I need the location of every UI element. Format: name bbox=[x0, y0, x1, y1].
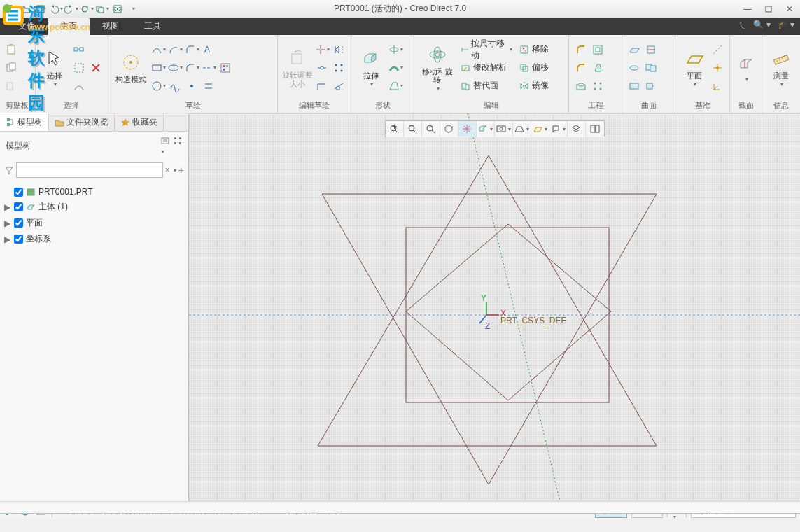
named-views-icon[interactable] bbox=[586, 121, 604, 136]
tree-show-icon[interactable]: ▾ bbox=[160, 136, 170, 155]
search-add-icon[interactable]: + bbox=[178, 164, 184, 176]
sketch-offset-icon[interactable] bbox=[201, 78, 216, 94]
substitute-face-button[interactable]: 替代面 bbox=[458, 78, 515, 94]
qat-open-icon[interactable] bbox=[18, 2, 32, 16]
paste-icon[interactable] bbox=[4, 42, 20, 57]
sketch-point-icon[interactable] bbox=[184, 78, 199, 94]
select-region-icon[interactable] bbox=[71, 78, 87, 94]
spin-center-icon[interactable] bbox=[458, 121, 477, 136]
filter-icon[interactable] bbox=[4, 165, 14, 175]
datum-display-icon[interactable]: ▾ bbox=[531, 121, 549, 136]
select-delete-icon[interactable] bbox=[88, 60, 104, 76]
surface-trim-icon[interactable] bbox=[643, 42, 659, 57]
plane-button[interactable]: 平面▾ bbox=[680, 40, 708, 96]
sketch-circle-icon[interactable]: ▾ bbox=[150, 78, 166, 94]
tree-node-csys[interactable]: ▶ 坐标系 bbox=[3, 231, 185, 247]
qat-close-icon[interactable] bbox=[111, 2, 125, 16]
axis-icon[interactable] bbox=[710, 42, 725, 57]
rotate-resize-button[interactable]: 旋转调整大小 bbox=[282, 40, 313, 96]
search-dropdown[interactable]: ▾ bbox=[174, 167, 176, 174]
select-button[interactable]: 选择 ▾ bbox=[40, 40, 70, 96]
zoom-out-icon[interactable]: − bbox=[422, 121, 440, 136]
csys-icon[interactable] bbox=[710, 78, 725, 94]
construction-mode-button[interactable]: 构造模式 bbox=[113, 40, 149, 96]
annotation-display-icon[interactable]: ▾ bbox=[549, 121, 568, 136]
qat-regenerate-icon[interactable]: ▾ bbox=[80, 2, 94, 16]
measure-button[interactable]: 测量▾ bbox=[766, 40, 796, 96]
layers-icon[interactable] bbox=[568, 121, 586, 136]
sketch-centerline-icon[interactable]: ▾ bbox=[201, 60, 216, 76]
pattern-icon[interactable] bbox=[590, 78, 605, 94]
round-icon[interactable] bbox=[573, 42, 589, 57]
extrude-button[interactable]: 拉伸▾ bbox=[356, 40, 386, 96]
revolve-icon[interactable]: ▾ bbox=[388, 42, 403, 57]
zoom-fit-icon[interactable] bbox=[404, 121, 422, 136]
search-help-icon[interactable]: 🔍 ▾ bbox=[753, 20, 770, 31]
tab-model-tree[interactable]: 模型树 bbox=[0, 113, 49, 131]
saved-views-icon[interactable]: ▾ bbox=[495, 121, 513, 136]
close-button[interactable]: ✕ bbox=[779, 2, 800, 16]
tab-folder-browser[interactable]: 文件夹浏览 bbox=[49, 113, 115, 131]
menu-view[interactable]: 视图 bbox=[90, 18, 132, 35]
divide-icon[interactable] bbox=[314, 60, 330, 76]
maximize-button[interactable] bbox=[758, 2, 779, 16]
point-icon[interactable] bbox=[710, 60, 725, 76]
surface-revolve-icon[interactable] bbox=[626, 60, 642, 76]
sketch-text-icon[interactable]: A bbox=[201, 42, 216, 57]
sketch-spline-icon[interactable] bbox=[167, 78, 183, 94]
blend-icon[interactable]: ▾ bbox=[388, 78, 403, 94]
tree-node-part[interactable]: PRT0001.PRT bbox=[3, 185, 185, 199]
project-sketch-icon[interactable] bbox=[331, 78, 346, 94]
sketch-chamfer-icon[interactable]: ▾ bbox=[184, 60, 199, 76]
select-all-icon[interactable] bbox=[71, 60, 87, 76]
trim-icon[interactable]: ▾ bbox=[314, 42, 330, 57]
tree-check[interactable] bbox=[14, 202, 23, 211]
sweep-icon[interactable]: ▾ bbox=[388, 60, 403, 76]
mirror-button[interactable]: 镜像 bbox=[517, 78, 557, 94]
cut-icon[interactable] bbox=[4, 78, 20, 94]
move-by-dim-button[interactable]: 按尺寸移动▾ bbox=[458, 42, 515, 57]
surface-extrude-icon[interactable] bbox=[626, 42, 642, 57]
remove-button[interactable]: 移除 bbox=[517, 42, 557, 57]
sketch-palette-icon[interactable] bbox=[218, 60, 233, 76]
tree-node-plane[interactable]: ▶ 平面 bbox=[3, 215, 185, 231]
minimize-button[interactable]: ― bbox=[737, 2, 758, 16]
select-chain-icon[interactable] bbox=[71, 42, 87, 57]
tree-check[interactable] bbox=[14, 234, 23, 244]
corner-icon[interactable] bbox=[314, 78, 330, 94]
zoom-in-icon[interactable]: + bbox=[386, 121, 404, 136]
help-icon[interactable]: 🎓 ▾ bbox=[778, 20, 794, 31]
copy-icon[interactable] bbox=[4, 60, 20, 76]
offset-button[interactable]: 偏移 bbox=[517, 60, 557, 76]
modify-analytic-button[interactable]: 修改解析 bbox=[458, 60, 515, 76]
tree-expander-icon[interactable]: ▶ bbox=[4, 234, 11, 244]
qat-save-icon[interactable] bbox=[34, 2, 48, 16]
move-rotate-button[interactable]: 移动和旋转▾ bbox=[419, 40, 456, 96]
qat-redo-icon[interactable]: ▾ bbox=[64, 2, 78, 16]
tree-node-body[interactable]: ▶ 主体 (1) bbox=[3, 199, 185, 215]
mirror-sketch-icon[interactable] bbox=[331, 42, 346, 57]
tree-check[interactable] bbox=[14, 188, 23, 197]
menu-file[interactable]: 文件 bbox=[6, 18, 48, 35]
display-style-icon[interactable]: ▾ bbox=[477, 121, 495, 136]
viewport[interactable]: X Y Z PRT_CSYS_DEF + − ▾ ▾ ▾ ▾ ▾ bbox=[189, 113, 800, 501]
tree-search-input[interactable] bbox=[16, 162, 163, 178]
qat-undo-icon[interactable]: ▾ bbox=[49, 2, 63, 16]
menu-home[interactable]: 主页 bbox=[48, 18, 90, 35]
shell-icon[interactable] bbox=[590, 42, 605, 57]
surface-fill-icon[interactable] bbox=[626, 78, 642, 94]
sketch-fillet-icon[interactable]: ▾ bbox=[184, 42, 199, 57]
surface-merge-icon[interactable] bbox=[643, 60, 659, 76]
qat-new-icon[interactable] bbox=[3, 2, 17, 16]
sketch-rect-icon[interactable]: ▾ bbox=[150, 60, 166, 76]
draft-icon[interactable] bbox=[590, 60, 605, 76]
ribbon-arrow-icon[interactable]: ㄟ bbox=[738, 20, 746, 31]
qat-settings-dropdown[interactable]: ▾ bbox=[126, 2, 140, 16]
sketch-ellipse-icon[interactable]: ▾ bbox=[167, 60, 183, 76]
sketch-arc-icon[interactable]: ▾ bbox=[167, 42, 183, 57]
hole-icon[interactable] bbox=[573, 78, 589, 94]
section-button[interactable]: ▾ bbox=[734, 40, 757, 96]
refit-icon[interactable] bbox=[440, 121, 458, 136]
sketch-line-icon[interactable]: ▾ bbox=[150, 42, 166, 57]
tab-favorites[interactable]: 收藏夹 bbox=[115, 113, 164, 131]
